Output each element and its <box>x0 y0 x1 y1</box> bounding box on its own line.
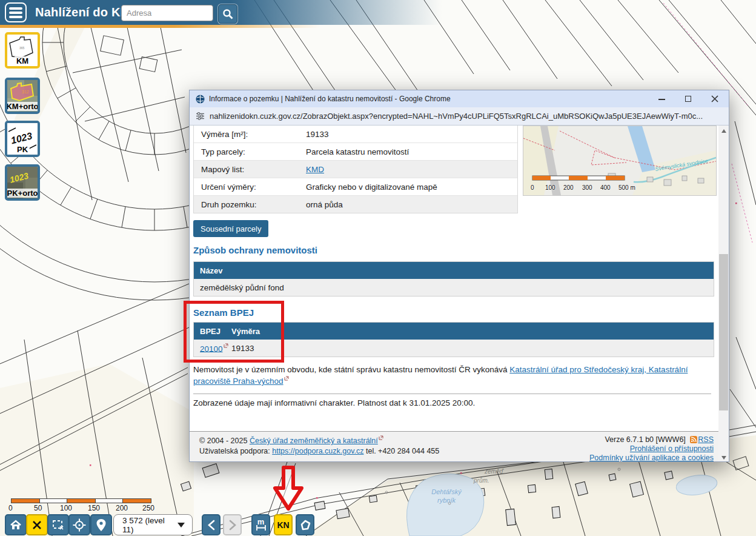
parcel-attributes-table: Výměra [m²]: 19133 Typ parcely: Parcela … <box>193 126 518 213</box>
rectangle-select-button[interactable] <box>47 514 69 535</box>
rss-link[interactable]: RSS <box>698 435 714 444</box>
jurisdiction-note: Nemovitost je v územním obvodu, kde stát… <box>193 364 695 387</box>
map-area-label-1: zeměď. <box>484 468 505 475</box>
close-icon[interactable] <box>711 95 719 103</box>
dashed-rectangle-icon <box>52 519 64 531</box>
annotation-arrow-icon <box>269 464 308 514</box>
map-pin-icon <box>96 518 107 532</box>
popup-content: Výměra [m²]: 19133 Typ parcely: Parcela … <box>190 126 729 461</box>
chevron-left-icon <box>207 520 216 531</box>
validity-note: Zobrazené údaje mají informativní charak… <box>193 398 475 407</box>
search-button[interactable] <box>218 4 237 24</box>
site-settings-icon <box>196 112 205 121</box>
map-scale-bar: 0 50 100 150 200 250 m <box>11 498 151 503</box>
layer-button-pk-orto[interactable]: 1023 PK+orto <box>5 164 40 201</box>
table-row: Mapový list: KMD <box>194 161 517 178</box>
divider <box>193 394 711 394</box>
external-link-icon <box>284 376 289 381</box>
popup-urlbar[interactable]: nahlizenidokn.cuzk.gov.cz/ZobrazObjekt.a… <box>190 107 729 126</box>
support-label: Uživatelská podpora: <box>199 447 270 455</box>
copyright-text: © 2004 - 2025 <box>199 437 247 445</box>
table-row: Druh pozemku: orná půda <box>194 196 517 213</box>
top-bar-underline <box>0 25 363 28</box>
support-phone: tel. +420 284 044 455 <box>366 447 439 455</box>
support-link[interactable]: https://podpora.cuzk.gov.cz <box>272 447 363 455</box>
history-back-button[interactable] <box>202 514 220 535</box>
scroll-up-icon[interactable] <box>718 126 729 136</box>
table-row: Výměra [m²]: 19133 <box>194 126 517 143</box>
layer-label: KM <box>15 56 30 65</box>
layer-label: PK <box>15 145 30 154</box>
url-text: nahlizenidokn.cuzk.gov.cz/ZobrazObjekt.a… <box>210 112 703 121</box>
table-row: Určení výměry: Graficky nebo v digitaliz… <box>194 178 517 196</box>
home-icon <box>10 519 22 531</box>
zoom-level-dropdown[interactable]: 3 572 (level 11) <box>113 514 193 535</box>
annotation-rectangle <box>184 301 284 363</box>
popup-footer: © 2004 - 2025 Český úřad zeměměřický a k… <box>190 431 720 461</box>
hamburger-icon <box>9 7 22 10</box>
accessibility-link[interactable]: Prohlášení o přístupnosti <box>630 444 714 453</box>
home-button[interactable] <box>5 514 27 535</box>
table-row: zemědělský půdní fond <box>194 279 714 296</box>
close-x-icon <box>31 520 42 531</box>
ruler-icon <box>256 525 267 531</box>
layer-button-km[interactable]: 365 KM <box>5 32 40 69</box>
external-link-icon <box>379 435 383 440</box>
map-pond-label-line2: rybník <box>437 497 456 504</box>
popup-window: Informace o pozemku | Nahlížení do katas… <box>189 90 729 462</box>
polygon-icon <box>299 519 311 531</box>
locate-button[interactable] <box>68 514 90 535</box>
neighboring-parcels-button[interactable]: Sousední parcely <box>193 220 268 237</box>
popup-window-title: Informace o pozemku | Nahlížení do katas… <box>209 95 451 103</box>
popup-scrollbar[interactable] <box>718 126 729 461</box>
search-icon <box>222 8 234 20</box>
chevron-down-icon <box>177 523 185 528</box>
layer-label: KM+orto <box>5 102 40 111</box>
polygon-info-button[interactable] <box>296 514 314 535</box>
scrollbar-thumb[interactable] <box>719 254 728 410</box>
crosshair-icon <box>73 518 86 532</box>
maximize-icon[interactable] <box>684 95 692 103</box>
layer-button-km-orto[interactable]: 312 KM+orto <box>5 78 40 114</box>
zoom-level-value: 3 572 (level 11) <box>122 516 177 534</box>
terms-link[interactable]: Podmínky užívání aplikace a cookies <box>589 454 714 461</box>
parcel-minimap: Svémyslická svodnice 0 100 200 300 400 5… <box>523 126 717 196</box>
popup-titlebar[interactable]: Informace o pozemku | Nahlížení do katas… <box>190 90 729 107</box>
layer-label: PK+orto <box>5 189 40 198</box>
address-search-input[interactable] <box>121 5 213 21</box>
cuzk-link[interactable]: Český úřad zeměměřický a katastrální <box>250 437 378 445</box>
history-forward-button[interactable] <box>223 514 242 535</box>
clear-selection-button[interactable] <box>26 514 48 535</box>
map-area-label-2: prům. <box>473 477 489 484</box>
page-title: Nahlížení do KN <box>35 5 129 19</box>
kn-label: KN <box>277 520 289 530</box>
screen: Dehtářský rybník zeměď. prům. Nahlížení … <box>0 0 756 536</box>
svg-text:365: 365 <box>19 46 25 50</box>
protection-table: Název zemědělský půdní fond <box>193 261 714 296</box>
menu-button[interactable] <box>5 2 27 22</box>
version-text: Verze 6.7.1 b0 [WWW6] <box>605 435 685 444</box>
map-sheet-link[interactable]: KMD <box>306 165 324 174</box>
layer-button-pk[interactable]: 1023 PK <box>5 121 40 157</box>
column-header: Název <box>194 266 223 275</box>
scroll-down-icon[interactable] <box>718 452 729 461</box>
rss-icon <box>690 436 697 443</box>
minimize-icon[interactable] <box>657 95 666 103</box>
protection-heading: Způsob ochrany nemovitosti <box>193 245 317 255</box>
chevron-right-icon <box>228 520 237 531</box>
table-row: Typ parcely: Parcela katastru nemovitost… <box>194 143 517 161</box>
cuzk-favicon <box>196 95 205 104</box>
marker-button[interactable] <box>90 514 112 535</box>
measure-label: m <box>257 519 265 525</box>
measure-button[interactable]: m <box>251 514 270 535</box>
svg-text:312: 312 <box>22 90 29 94</box>
map-pond-label-line1: Dehtářský <box>431 488 462 495</box>
kn-layer-button[interactable]: KN <box>274 514 293 535</box>
